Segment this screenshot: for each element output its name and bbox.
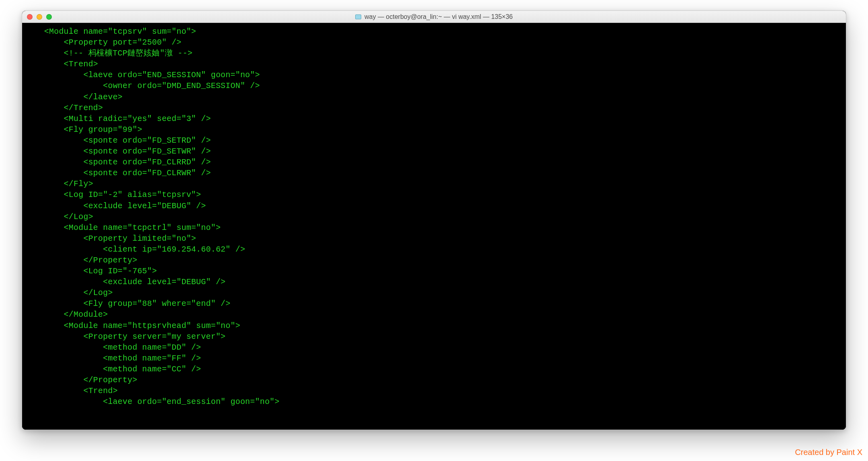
- watermark: Created by Paint X: [795, 448, 862, 457]
- minimize-icon[interactable]: [37, 14, 42, 20]
- window-title: way — octerboy@ora_lin:~ — vi way.xml — …: [364, 13, 513, 20]
- folder-icon: [355, 14, 361, 19]
- close-icon[interactable]: [27, 14, 33, 20]
- window-controls: [27, 14, 52, 20]
- titlebar[interactable]: way — octerboy@ora_lin:~ — vi way.xml — …: [22, 11, 846, 23]
- terminal-window: way — octerboy@ora_lin:~ — vi way.xml — …: [22, 10, 846, 430]
- terminal-content[interactable]: <Module name="tcpsrv" sum="no"> <Propert…: [25, 26, 843, 407]
- zoom-icon[interactable]: [46, 14, 52, 20]
- terminal-body[interactable]: <Module name="tcpsrv" sum="no"> <Propert…: [22, 23, 846, 430]
- title-wrap: way — octerboy@ora_lin:~ — vi way.xml — …: [22, 13, 846, 20]
